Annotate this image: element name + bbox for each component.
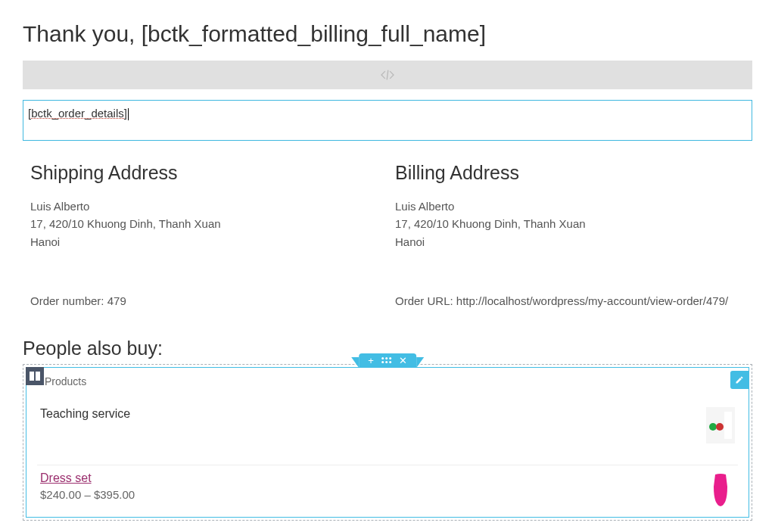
product-title: Teaching service [40,407,697,421]
shipping-city: Hanoi [30,233,380,250]
shipping-name: Luis Alberto [30,198,380,215]
product-row: Dress set$240.00 – $395.00 [37,465,738,517]
drag-handle-icon[interactable] [381,357,391,363]
svg-rect-0 [30,372,34,381]
text-cursor [128,108,129,120]
widget-inner[interactable]: Products Teaching serviceDress set$240.0… [26,367,749,518]
product-info: Teaching service [40,407,697,424]
code-block-placeholder[interactable] [23,61,752,89]
billing-heading: Billing Address [395,162,745,184]
svg-rect-3 [724,412,732,439]
billing-city: Hanoi [395,233,745,250]
billing-address-block: Billing Address Luis Alberto 17, 420/10 … [395,162,745,307]
svg-rect-1 [36,372,40,381]
billing-line1: 17, 420/10 Khuong Dinh, Thanh Xuan [395,215,745,232]
columns-icon [30,372,40,381]
shipping-address-block: Shipping Address Luis Alberto 17, 420/10… [30,162,380,307]
svg-point-4 [709,423,717,431]
billing-name: Luis Alberto [395,198,745,215]
pencil-icon [735,375,744,384]
code-icon [380,69,395,81]
product-title[interactable]: Dress set [40,471,697,485]
order-url: Order URL: http://localhost/wordpress/my… [395,294,745,307]
section-container[interactable]: Products Teaching serviceDress set$240.0… [23,364,752,521]
shortcode-text: [bctk_order_details] [28,107,127,120]
product-thumbnail[interactable] [706,471,735,508]
edit-widget-button[interactable] [730,371,749,389]
page-title: Thank you, [bctk_formatted_billing_full_… [23,21,752,47]
product-row: Teaching service [37,401,738,465]
shortcode-editor[interactable]: [bctk_order_details] [23,100,752,141]
product-info: Dress set$240.00 – $395.00 [40,471,697,501]
product-thumbnail[interactable] [706,407,735,443]
svg-point-5 [716,423,724,431]
shipping-heading: Shipping Address [30,162,380,184]
add-icon[interactable]: + [368,356,374,366]
widget-toolbar[interactable]: + ✕ [359,353,416,368]
shipping-line1: 17, 420/10 Khuong Dinh, Thanh Xuan [30,215,380,232]
order-number: Order number: 479 [30,294,380,307]
close-icon[interactable]: ✕ [399,356,407,366]
product-price: $240.00 – $395.00 [40,488,697,501]
section-type-badge[interactable] [26,367,44,385]
widget-label: Products [45,375,738,387]
